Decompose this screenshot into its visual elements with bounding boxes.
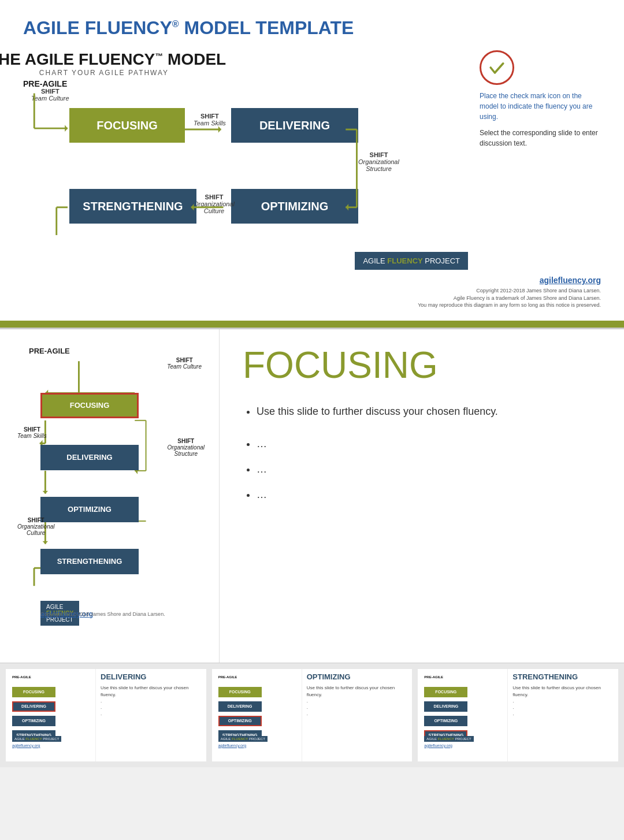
footer-right: agilefluency.org Copyright 2012-2018 Jam… xyxy=(418,276,601,309)
model-title: THE AGILE FLUENCY™ MODEL xyxy=(0,50,220,69)
thumb-optimizing-right: OPTIMIZING Use this slide to further dis… xyxy=(302,669,413,761)
slide2-bullet2: … xyxy=(257,459,601,480)
afp-badge: AGILE FLUENCY PROJECT xyxy=(355,252,468,270)
info-box: Place the check mark icon on the model t… xyxy=(468,50,601,270)
shift-team-skills-label: SHIFT Team Skills xyxy=(194,113,226,127)
check-icon xyxy=(480,50,514,85)
thumb-strengthening-left: PRE-AGILE FOCUSING DELIVERING OPTIMIZING… xyxy=(418,669,508,761)
shift-org-structure-label: SHIFT Organizational Structure xyxy=(358,151,399,172)
copyright: Copyright 2012-2018 James Shore and Dian… xyxy=(418,287,601,295)
s2-shift-team-culture: SHIFT Team Culture xyxy=(167,357,202,370)
thumb-delivering[interactable]: PRE-AGILE FOCUSING DELIVERING OPTIMIZING… xyxy=(6,669,206,761)
thumb-strengthening[interactable]: PRE-AGILE FOCUSING DELIVERING OPTIMIZING… xyxy=(418,669,618,761)
diagram-area: THE AGILE FLUENCY™ MODEL CHART YOUR AGIL… xyxy=(23,50,468,270)
delivering-box: DELIVERING xyxy=(231,108,358,143)
s2-copyright: Copyright 2012-2018 James Shore and Dian… xyxy=(40,608,165,618)
slide2-bullet3: … xyxy=(257,484,601,505)
s2-optimizing-box: OPTIMIZING xyxy=(40,497,139,522)
svg-marker-4 xyxy=(218,126,221,133)
strengthening-box: STRENGTHENING xyxy=(69,189,196,224)
slide2-bullet-main: Use this slide to further discuss your c… xyxy=(257,401,601,422)
thumbnails-row: PRE-AGILE FOCUSING DELIVERING OPTIMIZING… xyxy=(0,663,624,767)
pre-agile-label: PRE-AGILE xyxy=(23,79,67,88)
footer-link[interactable]: agilefluency.org xyxy=(418,276,601,285)
s2-arrows xyxy=(17,341,207,630)
thumb-delivering-left: PRE-AGILE FOCUSING DELIVERING OPTIMIZING… xyxy=(6,669,96,761)
slide2-right: FOCUSING Use this slide to further discu… xyxy=(220,329,624,663)
s2-strengthening-box: STRENGTHENING xyxy=(40,549,139,574)
slide1: AGILE FLUENCY® MODEL TEMPLATE THE AGILE … xyxy=(0,0,624,324)
s2-shift-org-culture: SHIFT Organizational Culture xyxy=(17,517,54,536)
slide2-diagram: PRE-AGILE xyxy=(17,341,207,630)
reproduce-note: You may reproduce this diagram in any fo… xyxy=(418,302,601,309)
shift-team-culture-label: SHIFT Team Culture xyxy=(31,88,69,102)
slide2-bullet1: … xyxy=(257,433,601,454)
model-subtitle: CHART YOUR AGILE PATHWAY xyxy=(0,69,220,77)
title-suffix: MODEL TEMPLATE xyxy=(179,17,354,38)
registered-mark: ® xyxy=(172,19,179,29)
s2-shift-org-structure: SHIFT Organizational Structure xyxy=(168,438,205,457)
s2-pre-agile: PRE-AGILE xyxy=(29,347,70,355)
thumb-optimizing-left: PRE-AGILE FOCUSING DELIVERING OPTIMIZING… xyxy=(212,669,302,761)
model-title-area: THE AGILE FLUENCY™ MODEL CHART YOUR AGIL… xyxy=(0,50,220,77)
info-text1: Place the check mark icon on the model t… xyxy=(480,91,601,122)
slide2-left: PRE-AGILE xyxy=(0,329,220,663)
mini-diag-strengthening: PRE-AGILE FOCUSING DELIVERING OPTIMIZING… xyxy=(421,672,504,753)
svg-marker-2 xyxy=(65,125,68,132)
thumb-strengthening-right: STRENGTHENING Use this slide to further … xyxy=(508,669,618,761)
svg-marker-27 xyxy=(43,541,49,544)
slide2-bullets: Use this slide to further discuss your c… xyxy=(243,401,601,505)
title-text: AGILE FLUENCY xyxy=(23,17,172,38)
optimizing-box: OPTIMIZING xyxy=(231,189,358,224)
diagram-arrows xyxy=(23,50,468,270)
slide1-title: AGILE FLUENCY® MODEL TEMPLATE xyxy=(23,17,601,39)
s2-delivering-box: DELIVERING xyxy=(40,445,139,470)
info-text2: Select the corresponding slide to enter … xyxy=(480,128,601,148)
focusing-box: FOCUSING xyxy=(69,108,185,143)
mini-diag-optimizing: PRE-AGILE FOCUSING DELIVERING OPTIMIZING… xyxy=(216,672,298,753)
slide1-main-content: THE AGILE FLUENCY™ MODEL CHART YOUR AGIL… xyxy=(23,50,601,270)
slide1-footer: agilefluency.org Copyright 2012-2018 Jam… xyxy=(23,276,601,309)
mini-diag-delivering: PRE-AGILE FOCUSING DELIVERING OPTIMIZING… xyxy=(9,672,92,753)
trademark-note: Agile Fluency is a trademark of James Sh… xyxy=(418,295,601,302)
svg-marker-21 xyxy=(43,490,49,493)
slide2-heading: FOCUSING xyxy=(243,347,601,384)
shift-org-culture-label: SHIFT Organizational Culture xyxy=(194,194,235,214)
slide2: PRE-AGILE xyxy=(0,328,624,663)
thumb-optimizing[interactable]: PRE-AGILE FOCUSING DELIVERING OPTIMIZING… xyxy=(212,669,413,761)
s2-shift-team-skills: SHIFT Team Skills xyxy=(17,426,47,439)
s2-focusing-box: FOCUSING xyxy=(40,393,139,418)
afp-area: AGILE FLUENCY PROJECT xyxy=(355,252,468,270)
thumb-delivering-right: DELIVERING Use this slide to further dis… xyxy=(96,669,206,761)
